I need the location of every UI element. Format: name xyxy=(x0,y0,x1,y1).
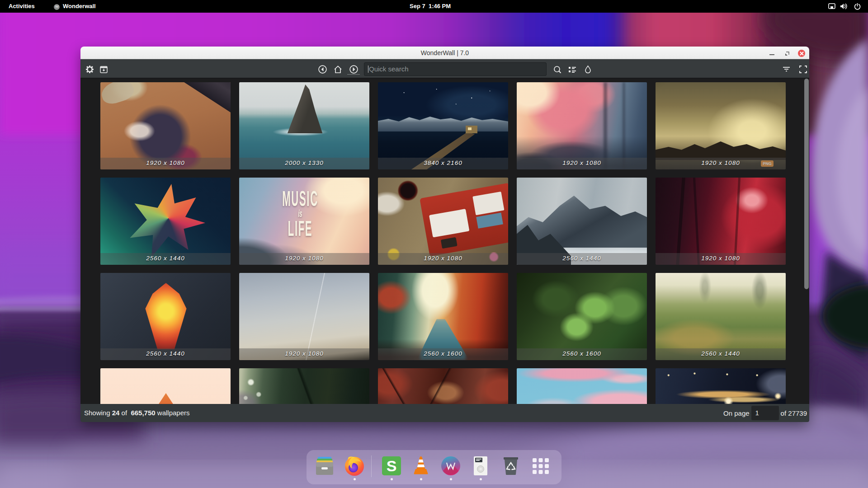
svg-text:S: S xyxy=(387,457,397,474)
